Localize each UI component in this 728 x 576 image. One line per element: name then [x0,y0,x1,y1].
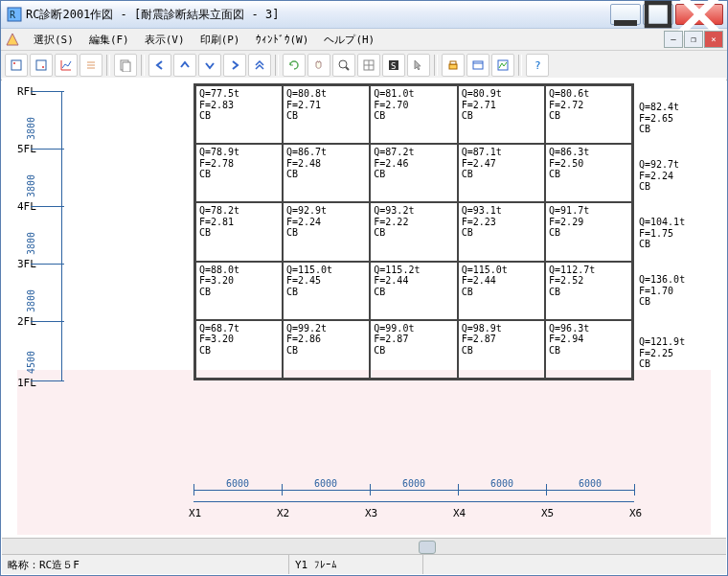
svg-rect-3 [647,3,670,26]
cell-m: CB [549,287,628,298]
svg-rect-6 [11,60,21,70]
menu-print[interactable]: 印刷(P) [193,31,248,49]
cell-m: CB [374,287,453,298]
tool-zoom-icon[interactable] [332,54,355,77]
grid-cell: Q=93.1tF=2.23CB [458,202,545,261]
mdi-close[interactable]: × [704,31,723,48]
mdi-minimize[interactable]: – [664,31,683,48]
cell-m: CB [199,345,279,357]
cell-q: Q=68.7t [199,323,279,334]
story-height: 3800 [26,232,36,255]
cell-f: F=2.78 [199,158,279,170]
cell-m: CB [549,110,628,122]
story-rule [61,91,62,380]
doc-icon [5,32,20,47]
tool-refresh-icon[interactable] [283,54,306,77]
cell-f: F=2.87 [374,334,453,345]
tool-help-icon[interactable]: ? [526,54,549,77]
status-label: 略称： [8,558,39,572]
grid-cell: Q=112.7tF=2.52CB [545,262,632,320]
axis-label: X5 [541,507,554,519]
cell-m: CB [462,287,541,298]
title-bar: R RC診断2001作図 - [耐震診断結果立面図 - 3] [1,1,727,29]
maximize-button[interactable] [643,4,673,25]
tool-print-icon[interactable] [442,54,465,77]
grid-cell: Q=87.1tF=2.47CB [458,144,545,202]
tool-1[interactable] [5,54,28,77]
tool-list-icon[interactable] [80,54,102,77]
cell-q: Q=96.3t [549,323,628,334]
cell-m: CB [199,169,279,180]
cell-m: CB [199,227,279,239]
scrollbar-thumb[interactable] [419,541,436,554]
axis-label: X3 [365,507,377,519]
tool-copy-icon[interactable] [114,54,137,77]
drawing-canvas[interactable]: RFL 5FL 4FL 3FL 2FL 1FL 3800 3800 3800 3… [2,78,726,535]
story-height: 4500 [26,351,36,374]
tool-right-icon[interactable] [223,54,246,77]
span-baseline-2 [193,501,634,502]
cell-m: CB [462,110,541,122]
mdi-restore[interactable]: ❐ [684,31,703,48]
tool-2[interactable] [30,54,53,77]
results-grid: Q=77.5tF=2.83CBQ=80.8tF=2.71CBQ=81.0tF=2… [193,83,634,380]
svg-text:S: S [391,61,396,71]
tool-grid-icon[interactable] [357,54,380,77]
cell-q: Q=81.0t [374,88,453,100]
close-button[interactable] [675,4,723,25]
cell-m: CB [462,345,541,357]
grid-cell: Q=115.0tF=2.44CB [458,262,545,320]
span-dim: 6000 [370,478,458,489]
tool-chart2-icon[interactable] [491,54,514,77]
cell-q: Q=80.8t [286,88,366,100]
menu-window[interactable]: ｳｨﾝﾄﾞｳ(W) [248,32,317,48]
menu-edit[interactable]: 編集(F) [81,31,137,49]
cell-q: Q=121.9t [639,336,685,348]
tool-left-icon[interactable] [148,54,171,77]
cell-q: Q=80.9t [462,88,541,100]
level-tick [31,149,64,150]
grid-cell: Q=99.2tF=2.86CB [283,320,370,380]
tool-s-icon[interactable]: S [382,54,405,77]
cell-f: F=2.23 [462,217,541,228]
cell-m: CB [462,169,541,180]
cell-q: Q=82.4t [639,102,679,113]
tool-chart-icon[interactable] [55,54,78,77]
story-height: 3800 [26,289,36,312]
cell-q: Q=99.2t [286,323,366,334]
level-tick [31,206,64,207]
toolbar: S ? [1,51,727,81]
cell-m: CB [286,287,366,298]
horizontal-scrollbar[interactable] [2,538,726,554]
grid-cell: Q=115.0tF=2.45CB [283,262,370,320]
cell-q: Q=92.9t [286,205,366,217]
cell-m: CB [639,358,685,370]
tool-window-icon[interactable] [466,54,489,77]
mdi-buttons: – ❐ × [663,31,723,48]
grid-cell: Q=93.2tF=2.22CB [370,202,457,261]
story-height: 3800 [26,117,36,140]
tool-down-icon[interactable] [198,54,221,77]
cell-f: F=2.72 [549,100,628,111]
cell-m: CB [549,227,628,239]
ground-region [17,370,711,535]
tool-cursor-icon[interactable] [407,54,430,77]
minimize-button[interactable] [610,4,641,25]
window-title: RC診断2001作図 - [耐震診断結果立面図 - 3] [26,7,608,23]
grid-cell: Q=77.5tF=2.83CB [195,85,283,145]
menu-select[interactable]: 選択(S) [26,31,81,49]
cell-q: Q=104.1t [639,217,685,228]
status-value: RC造５F [39,558,80,572]
tool-up-icon[interactable] [173,54,196,77]
menu-help[interactable]: ヘルプ(H) [316,31,382,49]
grid-cell-outer: Q=92.7tF=2.24CB [639,159,679,193]
cell-f: F=2.25 [639,348,685,359]
tool-dbl-up-icon[interactable] [248,54,271,77]
tool-hand-icon[interactable] [307,54,330,77]
grid-cell: Q=78.2tF=2.81CB [195,202,283,261]
grid-cell-outer: Q=136.0tF=1.70CB [639,274,685,308]
canvas-area: RFL 5FL 4FL 3FL 2FL 1FL 3800 3800 3800 3… [2,78,726,535]
grid-cell: Q=88.0tF=3.20CB [195,262,283,320]
menu-view[interactable]: 表示(V) [137,31,193,49]
cell-f: F=2.83 [199,100,279,111]
